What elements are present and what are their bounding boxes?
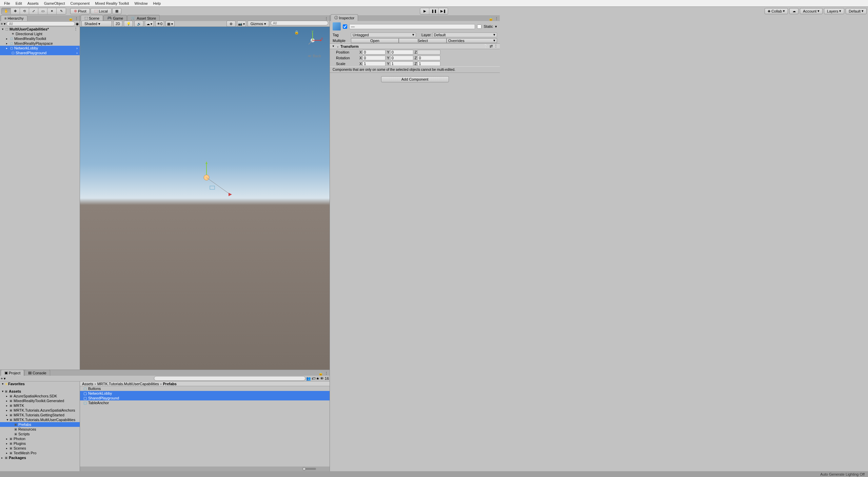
lock-icon[interactable]: 🔒 xyxy=(489,17,493,21)
tag-dropdown[interactable]: Untagged▾ xyxy=(351,33,416,37)
hierarchy-search[interactable] xyxy=(6,21,75,26)
preset-icon[interactable]: ⇄ xyxy=(490,44,493,48)
list-item[interactable]: ▢Buttons xyxy=(80,386,330,391)
inspector-tab[interactable]: ⓘ Inspector xyxy=(331,14,358,21)
grid-toggle[interactable]: ▦ ▾ xyxy=(165,21,175,27)
fav-icon[interactable]: ★ xyxy=(316,376,319,381)
console-tab[interactable]: ▤ Console xyxy=(24,370,50,376)
tree-item[interactable]: ▢SharedPlayground› xyxy=(0,50,80,55)
filter-icon[interactable]: 👥 xyxy=(306,376,311,381)
menu-help[interactable]: Help xyxy=(151,1,164,5)
scene-viewport[interactable]: yx 🔒 ≪ Back xyxy=(80,27,330,370)
list-item[interactable]: ▢TableAnchor xyxy=(80,400,330,405)
create-dropdown[interactable]: + ▾ xyxy=(1,376,6,381)
rect-tool[interactable]: ▭ xyxy=(38,8,47,14)
project-tab[interactable]: ▣ Project xyxy=(1,370,24,376)
step-button[interactable]: ▶❚ xyxy=(439,8,448,14)
scale-tool[interactable]: ⤢ xyxy=(29,8,38,14)
hidden-icon[interactable]: 👁 16 xyxy=(320,376,329,380)
favorites-row[interactable]: ▼★ Favorites xyxy=(0,381,80,386)
project-tree-item[interactable]: ▸▣MRTK.Tutorials.AzureSpatialAnchors xyxy=(0,408,80,413)
rot-y[interactable] xyxy=(390,56,413,60)
layer-dropdown[interactable]: Default▾ xyxy=(432,33,497,37)
camera-icon[interactable]: 📷 ▾ xyxy=(237,21,246,27)
cloud-button[interactable]: ☁ xyxy=(789,8,798,14)
menu-component[interactable]: Component xyxy=(67,1,92,5)
list-item[interactable]: ▢NetworkLobby xyxy=(80,391,330,396)
project-search[interactable] xyxy=(154,376,305,381)
menu-edit[interactable]: Edit xyxy=(13,1,25,5)
crumb[interactable]: Assets xyxy=(82,382,93,386)
move-tool[interactable]: ✥ xyxy=(11,8,20,14)
help-icon[interactable]: ❔ xyxy=(484,44,488,48)
project-tree-item[interactable]: ▣Resources xyxy=(0,427,80,432)
tree-item[interactable]: ☀Directional Light xyxy=(0,32,80,36)
gizmos-dropdown[interactable]: Gizmos ▾ xyxy=(248,21,269,27)
tree-item[interactable]: ▸▢MixedRealityToolkit xyxy=(0,36,80,41)
name-field[interactable]: — xyxy=(349,24,475,29)
list-item[interactable]: ▢SharedPlayground xyxy=(80,396,330,400)
assets-row[interactable]: ▼▣Assets xyxy=(0,389,80,394)
create-dropdown[interactable]: + ▾ xyxy=(1,22,6,26)
2d-toggle[interactable]: 2D xyxy=(113,21,122,27)
snap-toggle[interactable]: ▦ xyxy=(112,8,121,14)
scene-tab[interactable]: ⬚ Scene xyxy=(81,15,103,21)
menu-icon[interactable]: ⋮ xyxy=(324,371,328,376)
project-tree-item[interactable]: ▣Scripts xyxy=(0,432,80,436)
lock-icon[interactable]: 🔒 xyxy=(68,17,73,21)
project-tree-item[interactable]: ▸▣MRTK.Tutorials.GettingStarted xyxy=(0,413,80,417)
pos-x[interactable] xyxy=(362,50,386,55)
collapse-icon[interactable]: ▼ xyxy=(332,45,335,48)
project-tree-item[interactable]: ▸▣Photon xyxy=(0,436,80,441)
active-checkbox[interactable] xyxy=(343,24,347,29)
layout-dropdown[interactable]: Default ▾ xyxy=(846,8,867,14)
back-button[interactable]: ≪ Back xyxy=(308,54,321,58)
project-tree-item[interactable]: ▼▣MRTK.Tutorials.MultiUserCapabilities xyxy=(0,417,80,422)
project-tree-item[interactable]: ▣Prefabs xyxy=(0,422,80,427)
project-tree-item[interactable]: ▸▣Scenes xyxy=(0,446,80,451)
rot-x[interactable] xyxy=(362,56,386,60)
select-btn[interactable]: Select xyxy=(399,38,447,43)
play-button[interactable]: ▶ xyxy=(420,8,430,14)
orientation-gizmo[interactable]: yx xyxy=(302,30,323,50)
local-toggle[interactable]: ⬚Local xyxy=(91,8,111,14)
scl-x[interactable] xyxy=(362,61,386,66)
add-component-button[interactable]: Add Component xyxy=(381,76,449,82)
account-dropdown[interactable]: Account ▾ xyxy=(800,8,823,14)
pos-y[interactable] xyxy=(390,50,413,55)
shaded-dropdown[interactable]: Shaded ▾ xyxy=(81,21,112,27)
menu-window[interactable]: Window xyxy=(132,1,150,5)
hand-tool[interactable]: ✋ xyxy=(2,8,11,14)
scl-y[interactable] xyxy=(390,61,413,66)
pos-z[interactable] xyxy=(417,50,440,55)
lock-icon[interactable]: 🔒 xyxy=(318,371,323,376)
pause-button[interactable]: ❚❚ xyxy=(430,8,439,14)
menu-icon[interactable]: ⋮ xyxy=(494,44,498,48)
pivot-toggle[interactable]: ⊕Pivot xyxy=(70,8,90,14)
packages-row[interactable]: ▸▣Packages xyxy=(0,455,80,460)
custom-tool[interactable]: ✎ xyxy=(57,8,66,14)
project-tree-item[interactable]: ▸▣MixedRealityToolkit.Generated xyxy=(0,398,80,403)
hierarchy-tab[interactable]: ≡ Hierarchy xyxy=(1,15,27,21)
tree-item[interactable]: ▸▢MixedRealityPlayspace xyxy=(0,41,80,46)
menu-icon[interactable]: ⋮ xyxy=(75,17,78,21)
static-checkbox[interactable] xyxy=(477,24,481,29)
light-toggle[interactable]: 💡 xyxy=(124,21,133,27)
menu-icon[interactable]: ⋮ xyxy=(495,17,498,21)
scene-gizmo[interactable] xyxy=(200,157,234,198)
iso-lock-icon[interactable]: 🔒 xyxy=(294,30,299,35)
open-btn[interactable]: Open xyxy=(351,38,399,43)
menu-icon[interactable]: ⋮ xyxy=(324,17,328,21)
fx-toggle[interactable]: ☁ ▾ xyxy=(145,21,154,27)
assetstore-tab[interactable]: 🛒 Asset Store xyxy=(127,15,160,21)
project-tree-item[interactable]: ▸▣TextMesh Pro xyxy=(0,451,80,455)
scene-vis-icon[interactable]: ◉ xyxy=(76,22,79,26)
collab-dropdown[interactable]: ◈ Collab ▾ xyxy=(765,8,788,14)
transform-tool[interactable]: ✦ xyxy=(47,8,57,14)
crumb[interactable]: MRTK.Tutorials.MultiUserCapabilities xyxy=(97,382,159,386)
rotate-tool[interactable]: ⟲ xyxy=(20,8,29,14)
crumb[interactable]: Prefabs xyxy=(163,382,177,386)
menu-gameobject[interactable]: GameObject xyxy=(41,1,68,5)
menu-assets[interactable]: Assets xyxy=(25,1,41,5)
project-tree-item[interactable]: ▸▣AzureSpatialAnchors.SDK xyxy=(0,394,80,398)
